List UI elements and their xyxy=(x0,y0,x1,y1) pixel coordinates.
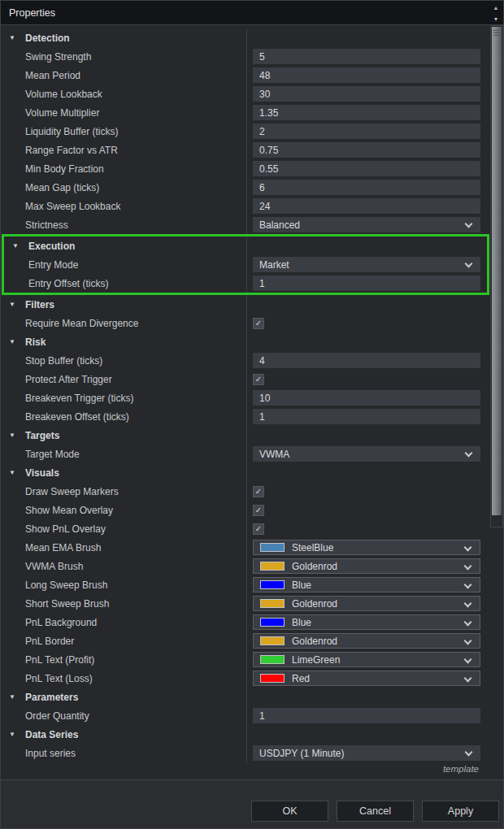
field-value: 6 xyxy=(259,182,265,193)
property-label: Min Body Fraction xyxy=(1,159,247,178)
long-sweep-brush-dropdown[interactable]: Blue xyxy=(253,577,480,592)
mean-ema-brush-dropdown[interactable]: SteelBlue xyxy=(253,540,480,555)
section-filters: FiltersRequire Mean Divergence xyxy=(1,295,490,332)
collapse-triangle-icon xyxy=(9,731,16,738)
volume-lookback-input[interactable]: 30 xyxy=(253,86,480,102)
vwma-brush-dropdown[interactable]: Goldenrod xyxy=(253,558,480,574)
checkmark-icon xyxy=(255,488,262,496)
section-header-risk[interactable]: Risk xyxy=(1,332,490,351)
collapse-triangle-icon xyxy=(9,693,16,701)
chevron-down-icon xyxy=(464,618,472,627)
field-value: 1 xyxy=(259,278,265,289)
cancel-button[interactable]: Cancel xyxy=(337,801,414,822)
property-row-range-factor-vs-atr: Range Factor vs ATR0.75 xyxy=(1,141,490,159)
min-body-fraction-input[interactable]: 0.55 xyxy=(253,161,480,176)
entry-offset-ticks-input[interactable]: 1 xyxy=(253,276,480,291)
order-quantity-input[interactable]: 1 xyxy=(253,708,480,723)
property-label: Liquidity Buffer (ticks) xyxy=(1,122,247,141)
field-value: 4 xyxy=(259,355,265,367)
pnl-text-profit-dropdown[interactable]: LimeGreen xyxy=(253,652,480,667)
property-row-order-quantity: Order Quantity1 xyxy=(1,706,490,725)
pnl-border-dropdown[interactable]: Goldenrod xyxy=(253,633,480,649)
short-sweep-brush-dropdown[interactable]: Goldenrod xyxy=(253,596,480,611)
checkmark-icon xyxy=(255,525,262,533)
chevron-down-icon xyxy=(464,544,472,552)
section-header-execution[interactable]: Execution xyxy=(4,237,487,255)
selected-value: Goldenrod xyxy=(292,561,337,572)
property-label: Mean EMA Brush xyxy=(1,538,247,557)
strictness-dropdown[interactable]: Balanced xyxy=(253,217,480,232)
scroll-up-icon[interactable] xyxy=(490,2,502,12)
template-note[interactable]: template xyxy=(443,764,479,774)
mean-gap-ticks-input[interactable]: 6 xyxy=(253,180,480,195)
property-label: PnL Text (Profit) xyxy=(1,650,247,669)
breakeven-offset-ticks-input[interactable]: 1 xyxy=(253,409,480,424)
property-row-target-mode: Target ModeVWMA xyxy=(1,445,490,463)
section-header-detection[interactable]: Detection xyxy=(1,28,490,47)
section-header-data-series[interactable]: Data Series xyxy=(1,725,490,744)
section-label: Visuals xyxy=(25,467,59,479)
input-series-dropdown[interactable]: USDJPY (1 Minute) xyxy=(253,745,480,761)
chevron-down-icon xyxy=(464,600,472,608)
target-mode-dropdown[interactable]: VWMA xyxy=(253,446,480,462)
vertical-scrollbar[interactable] xyxy=(490,25,503,527)
property-label: PnL Text (Loss) xyxy=(1,669,247,688)
property-row-min-body-fraction: Min Body Fraction0.55 xyxy=(1,159,490,178)
selected-value: VWMA xyxy=(259,449,289,460)
section-header-filters[interactable]: Filters xyxy=(1,295,490,314)
property-row-long-sweep-brush: Long Sweep BrushBlue xyxy=(1,575,490,594)
protect-after-trigger-checkbox[interactable] xyxy=(253,374,264,385)
property-row-pnl-border: PnL BorderGoldenrod xyxy=(1,632,490,650)
property-label: Swing Strength xyxy=(1,47,247,66)
section-label: Risk xyxy=(25,336,46,348)
property-row-pnl-background: PnL BackgroundBlue xyxy=(1,613,490,632)
color-swatch xyxy=(260,580,285,589)
color-swatch xyxy=(260,599,285,608)
stop-buffer-ticks-input[interactable]: 4 xyxy=(253,353,480,368)
property-row-entry-mode: Entry ModeMarket xyxy=(4,255,487,274)
apply-button[interactable]: Apply xyxy=(422,801,499,822)
entry-mode-dropdown[interactable]: Market xyxy=(253,257,480,272)
property-row-swing-strength: Swing Strength5 xyxy=(1,47,490,66)
section-header-targets[interactable]: Targets xyxy=(1,426,490,445)
property-label: Target Mode xyxy=(1,445,247,463)
field-value: 5 xyxy=(259,51,265,63)
property-row-strictness: StrictnessBalanced xyxy=(1,215,490,234)
section-header-visuals[interactable]: Visuals xyxy=(1,463,490,482)
section-label: Detection xyxy=(25,33,70,44)
ok-button[interactable]: OK xyxy=(251,801,328,822)
property-label: Volume Multiplier xyxy=(1,103,247,122)
scrollbar-thumb[interactable] xyxy=(492,27,502,515)
property-label: Max Sweep Lookback xyxy=(1,197,247,215)
swing-strength-input[interactable]: 5 xyxy=(253,49,480,64)
field-value: 10 xyxy=(259,393,270,404)
section-label: Data Series xyxy=(25,729,78,740)
field-value: 1.35 xyxy=(259,107,278,119)
property-row-show-mean-overlay: Show Mean Overlay xyxy=(1,501,490,519)
selected-value: SteelBlue xyxy=(292,542,333,553)
selected-value: Goldenrod xyxy=(292,598,337,610)
pnl-text-loss-dropdown[interactable]: Red xyxy=(253,671,480,686)
draw-sweep-markers-checkbox[interactable] xyxy=(253,486,264,497)
breakeven-trigger-ticks-input[interactable]: 10 xyxy=(253,390,480,406)
volume-multiplier-input[interactable]: 1.35 xyxy=(253,105,480,120)
selected-value: Goldenrod xyxy=(292,636,337,647)
property-label: Volume Lookback xyxy=(1,85,247,103)
property-label: Entry Mode xyxy=(4,255,247,274)
property-label: Draw Sweep Markers xyxy=(1,482,247,501)
require-mean-divergence-checkbox[interactable] xyxy=(253,318,264,329)
scroll-down-icon[interactable] xyxy=(490,14,502,24)
show-pnl-overlay-checkbox[interactable] xyxy=(253,523,264,535)
selected-value: Blue xyxy=(292,579,311,591)
collapse-triangle-icon xyxy=(9,469,16,476)
section-header-parameters[interactable]: Parameters xyxy=(1,688,490,706)
color-swatch xyxy=(260,543,285,552)
mean-period-input[interactable]: 48 xyxy=(253,67,480,83)
max-sweep-lookback-input[interactable]: 24 xyxy=(253,198,480,214)
chevron-down-icon xyxy=(465,260,473,268)
range-factor-vs-atr-input[interactable]: 0.75 xyxy=(253,142,480,158)
pnl-background-dropdown[interactable]: Blue xyxy=(253,614,480,630)
color-swatch xyxy=(260,636,285,645)
show-mean-overlay-checkbox[interactable] xyxy=(253,505,264,516)
liquidity-buffer-ticks-input[interactable]: 2 xyxy=(253,124,480,139)
